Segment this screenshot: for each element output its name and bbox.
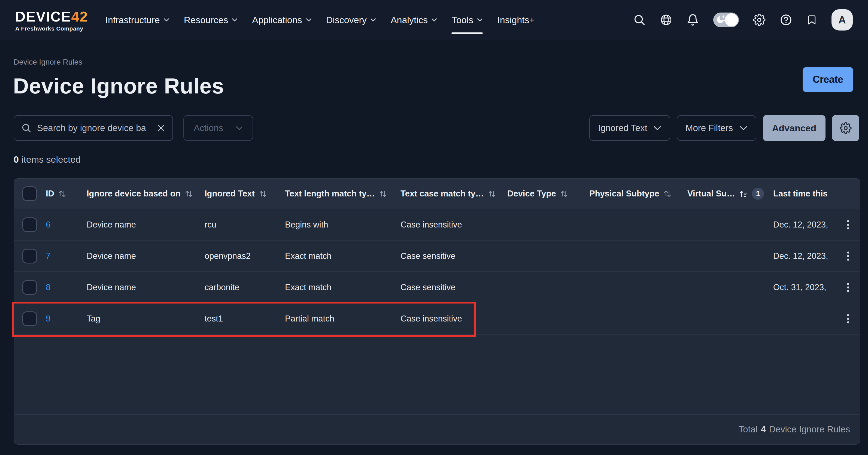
advanced-button[interactable]: Advanced xyxy=(763,115,826,141)
device42-logo[interactable]: DEVICE42 A Freshworks Company xyxy=(15,9,88,32)
search-box xyxy=(13,115,173,141)
sort-icon xyxy=(560,190,568,198)
column-header-case-match[interactable]: Text case match ty… xyxy=(401,189,507,199)
last-time-value: Dec. 12, 2023, xyxy=(773,251,828,261)
filter-controls: Ignored Text More Filters Advanced xyxy=(589,115,859,141)
row-checkbox[interactable] xyxy=(22,311,37,326)
chevron-down-icon xyxy=(371,18,376,22)
logo-42: 42 xyxy=(71,9,88,25)
controls-row: Actions Ignored Text More Filters Advanc… xyxy=(13,115,859,141)
cell-last-time: Oct. 31, 2023, xyxy=(773,281,860,294)
table-row: 8 Device name carbonite Exact match Case… xyxy=(14,272,860,303)
selection-status: 0items selected xyxy=(13,154,868,163)
row-menu-icon[interactable] xyxy=(844,218,852,232)
breadcrumb[interactable]: Device Ignore Rules xyxy=(13,58,82,66)
table-row: 9 Tag test1 Partial match Case insensiti… xyxy=(14,303,860,335)
nav-item-discovery[interactable]: Discovery xyxy=(319,0,383,40)
nav-item-tools[interactable]: Tools xyxy=(444,0,490,40)
search-icon[interactable] xyxy=(633,13,646,26)
selection-count: 0 xyxy=(13,154,19,164)
row-checkbox-cell xyxy=(14,249,46,264)
nav-item-resources[interactable]: Resources xyxy=(177,0,245,40)
row-menu-icon[interactable] xyxy=(844,312,852,326)
cell-case-match: Case insensitive xyxy=(401,220,507,230)
page-title: Device Ignore Rules xyxy=(13,73,868,99)
gear-icon[interactable] xyxy=(753,13,766,26)
nav-item-applications[interactable]: Applications xyxy=(245,0,318,40)
clear-search-icon[interactable] xyxy=(157,124,165,132)
nav-item-insights[interactable]: Insights+ xyxy=(490,0,542,40)
row-id-link[interactable]: 6 xyxy=(46,220,87,230)
last-time-value: Oct. 31, 2023, xyxy=(773,282,826,292)
table-settings-button[interactable] xyxy=(832,115,859,141)
sort-icon xyxy=(259,190,267,198)
bell-icon[interactable] xyxy=(687,13,699,26)
nav-item-analytics[interactable]: Analytics xyxy=(383,0,444,40)
table-row: 6 Device name rcu Begins with Case insen… xyxy=(14,209,860,241)
sort-icon xyxy=(664,190,671,198)
sort-icon xyxy=(185,190,193,198)
search-icon xyxy=(21,123,32,133)
cell-based-on: Tag xyxy=(87,314,205,324)
chevron-down-icon xyxy=(164,18,169,22)
cell-case-match: Case sensitive xyxy=(401,251,507,261)
column-header-based-on[interactable]: Ignore device based on xyxy=(87,189,205,199)
cell-length-match: Exact match xyxy=(285,251,401,261)
sort-ascending-icon xyxy=(739,190,748,198)
cell-based-on: Device name xyxy=(87,282,205,292)
cell-length-match: Exact match xyxy=(285,282,401,292)
cell-ignored-text: test1 xyxy=(205,314,285,324)
chevron-down-icon xyxy=(432,18,437,22)
sort-icon xyxy=(488,190,496,198)
total-suffix: Device Ignore Rules xyxy=(769,424,850,434)
column-header-device-type[interactable]: Device Type xyxy=(507,189,589,199)
column-header-id[interactable]: ID xyxy=(46,189,87,199)
gear-icon xyxy=(840,122,851,134)
row-menu-icon[interactable] xyxy=(844,249,852,263)
row-menu-icon[interactable] xyxy=(844,281,852,294)
row-checkbox[interactable] xyxy=(22,280,37,295)
theme-toggle[interactable] xyxy=(713,12,739,27)
more-filters-dropdown[interactable]: More Filters xyxy=(677,115,756,141)
cell-last-time: Dec. 12, 2023, xyxy=(773,249,860,263)
actions-dropdown[interactable]: Actions xyxy=(183,115,253,141)
row-checkbox[interactable] xyxy=(22,217,37,232)
sort-icon xyxy=(379,190,387,198)
row-checkbox[interactable] xyxy=(22,249,37,264)
column-header-last-time[interactable]: Last time this xyxy=(773,189,860,199)
row-id-link[interactable]: 8 xyxy=(46,282,87,292)
column-header-virtual-subtype[interactable]: Virtual Su… 1 xyxy=(687,188,773,200)
chevron-down-icon xyxy=(232,18,237,22)
total-count: 4 xyxy=(761,424,766,434)
row-id-link[interactable]: 7 xyxy=(46,251,87,261)
table-row: 7 Device name openvpnas2 Exact match Cas… xyxy=(14,241,860,272)
avatar[interactable]: A xyxy=(832,9,853,31)
search-input[interactable] xyxy=(37,123,151,133)
sort-icon xyxy=(59,190,66,198)
last-time-value: Dec. 12, 2023, xyxy=(773,220,828,230)
row-id-link[interactable]: 9 xyxy=(46,314,87,324)
cell-length-match: Begins with xyxy=(285,220,401,230)
nav-item-infrastructure[interactable]: Infrastructure xyxy=(98,0,176,40)
help-icon[interactable] xyxy=(780,13,792,26)
chevron-down-icon xyxy=(477,18,483,22)
select-all-checkbox[interactable] xyxy=(22,186,37,201)
cell-ignored-text: carbonite xyxy=(205,282,285,292)
table-header-row: ID Ignore device based on Ignored Text T… xyxy=(14,179,860,209)
column-header-physical-subtype[interactable]: Physical Subtype xyxy=(589,189,687,199)
create-button[interactable]: Create xyxy=(803,67,853,92)
globe-icon[interactable] xyxy=(660,13,672,26)
table-footer: Total 4 Device Ignore Rules xyxy=(14,414,860,444)
top-navbar: DEVICE42 A Freshworks Company Infrastruc… xyxy=(0,0,868,40)
select-all-cell xyxy=(14,186,46,201)
chevron-down-icon xyxy=(236,126,243,130)
sort-order-badge: 1 xyxy=(752,188,764,200)
selection-label: items selected xyxy=(22,154,81,164)
bookmark-icon[interactable] xyxy=(806,13,817,26)
main-menu: Infrastructure Resources Applications Di… xyxy=(98,0,542,40)
logo-tagline: A Freshworks Company xyxy=(15,25,88,32)
column-header-ignored-text[interactable]: Ignored Text xyxy=(205,189,285,199)
column-header-length-match[interactable]: Text length match ty… xyxy=(285,189,401,199)
chevron-down-icon xyxy=(653,126,661,130)
ignored-text-dropdown[interactable]: Ignored Text xyxy=(589,115,670,141)
